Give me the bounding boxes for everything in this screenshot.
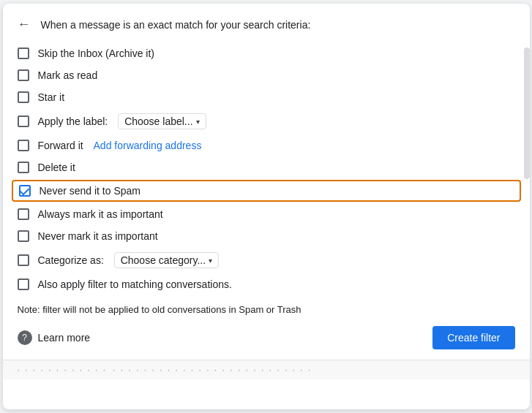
checkbox-forward-it[interactable] [18, 140, 29, 151]
add-forwarding-address-link[interactable]: Add forwarding address [94, 140, 202, 151]
checkbox-forward-it-wrapper [18, 140, 29, 151]
back-icon: ← [18, 17, 31, 32]
header: ← When a message is an exact match for y… [3, 4, 530, 39]
category-dropdown-text: Choose category... [121, 254, 206, 266]
label-never-spam: Never send it to Spam [40, 185, 141, 197]
option-delete-it: Delete it [18, 156, 515, 178]
bottom-bar: · · · · · · · · · · · · · · · · · · · · … [3, 360, 530, 379]
checkbox-always-important[interactable] [18, 208, 29, 220]
option-apply-label: Apply the label: Choose label... ▾ [18, 108, 515, 134]
label-delete-it: Delete it [38, 162, 75, 173]
bottom-dots-right: · · · · · · · · · · · · · · · · · · · · … [113, 365, 312, 375]
label-dropdown-arrow: ▾ [196, 118, 200, 126]
label-dropdown[interactable]: Choose label... ▾ [118, 113, 206, 129]
checkbox-skip-inbox-wrapper [18, 48, 29, 59]
footer: ? Learn more Create filter [3, 319, 530, 360]
note-section: Note: filter will not be applied to old … [3, 295, 530, 319]
category-dropdown[interactable]: Choose category... ▾ [114, 252, 219, 268]
options-list: Skip the Inbox (Archive it) Mark as read… [3, 39, 530, 295]
checkbox-skip-inbox[interactable] [18, 48, 29, 59]
label-forward-it: Forward it Add forwarding address [38, 140, 202, 151]
label-mark-read: Mark as read [38, 69, 98, 81]
checkbox-mark-read-wrapper [18, 69, 29, 81]
option-forward-it: Forward it Add forwarding address [18, 134, 515, 156]
back-button[interactable]: ← [18, 17, 31, 32]
checkbox-never-spam[interactable] [19, 185, 31, 197]
label-star-it: Star it [38, 91, 65, 103]
learn-more-section: ? Learn more [18, 330, 91, 345]
checkbox-delete-it-wrapper [18, 162, 29, 173]
checkbox-apply-filter[interactable] [18, 279, 29, 290]
checkbox-apply-label-wrapper [18, 115, 29, 127]
option-never-spam: Never send it to Spam [12, 180, 521, 202]
checkbox-star-it-wrapper [18, 91, 29, 103]
checkbox-never-important-wrapper [18, 230, 29, 242]
checkbox-never-important[interactable] [18, 230, 29, 242]
checkbox-categorize-wrapper [18, 254, 29, 266]
header-description: When a message is an exact match for you… [41, 19, 311, 31]
create-filter-button[interactable]: Create filter [432, 326, 514, 349]
checkbox-categorize[interactable] [18, 254, 29, 266]
checkbox-apply-label[interactable] [18, 115, 29, 127]
scrollbar[interactable] [524, 48, 530, 179]
option-mark-read: Mark as read [18, 64, 515, 86]
learn-more-label[interactable]: Learn more [38, 332, 91, 344]
label-apply-filter: Also apply filter to matching conversati… [38, 279, 232, 290]
label-categorize: Categorize as: Choose category... ▾ [38, 252, 220, 268]
checkbox-apply-filter-wrapper [18, 279, 29, 290]
filter-options-card: ← When a message is an exact match for y… [3, 4, 530, 409]
label-never-important: Never mark it as important [38, 230, 158, 242]
label-always-important: Always mark it as important [38, 208, 163, 220]
checkbox-delete-it[interactable] [18, 162, 29, 173]
label-skip-inbox: Skip the Inbox (Archive it) [38, 48, 155, 59]
option-never-important: Never mark it as important [18, 225, 515, 247]
option-skip-inbox: Skip the Inbox (Archive it) [18, 42, 515, 64]
option-always-important: Always mark it as important [18, 203, 515, 225]
checkbox-mark-read[interactable] [18, 69, 29, 81]
checkbox-always-important-wrapper [18, 208, 29, 220]
bottom-dots-left: · · · · · · · · · · · · [18, 365, 108, 375]
checkbox-star-it[interactable] [18, 91, 29, 103]
note-text: Note: filter will not be applied to old … [18, 304, 301, 315]
label-apply-label: Apply the label: Choose label... ▾ [38, 113, 206, 129]
checkbox-never-spam-wrapper [19, 185, 31, 197]
option-apply-filter: Also apply filter to matching conversati… [18, 273, 515, 295]
label-dropdown-text: Choose label... [124, 115, 192, 127]
category-dropdown-arrow: ▾ [209, 257, 212, 265]
help-icon[interactable]: ? [18, 330, 32, 345]
option-star-it: Star it [18, 86, 515, 108]
option-categorize: Categorize as: Choose category... ▾ [18, 247, 515, 273]
